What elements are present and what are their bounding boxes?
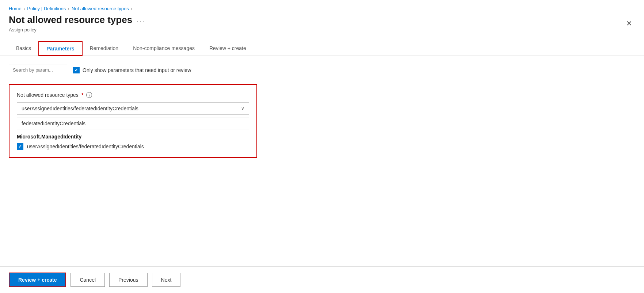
- group-label: Microsoft.ManagedIdentity: [17, 134, 249, 140]
- tab-review-create[interactable]: Review + create: [202, 42, 254, 56]
- param-search-input[interactable]: [17, 118, 249, 129]
- breadcrumb-policy-definitions[interactable]: Policy | Definitions: [27, 6, 66, 11]
- param-info-icon[interactable]: i: [86, 92, 92, 98]
- review-create-button[interactable]: Review + create: [9, 273, 66, 287]
- close-button[interactable]: ✕: [623, 18, 635, 28]
- page-header-left: Not allowed resource types ... Assign po…: [9, 14, 145, 33]
- breadcrumb-current: Not allowed resource types: [72, 6, 129, 11]
- breadcrumb-sep-1: ›: [24, 7, 25, 11]
- previous-button[interactable]: Previous: [109, 273, 147, 287]
- page-title: Not allowed resource types: [9, 14, 132, 26]
- tab-basics[interactable]: Basics: [9, 42, 38, 56]
- search-filter-row: Only show parameters that need input or …: [9, 65, 635, 75]
- item-label: userAssignedIdentities/federatedIdentity…: [27, 144, 144, 149]
- chevron-down-icon: ∨: [241, 106, 244, 111]
- search-input[interactable]: [9, 65, 67, 75]
- next-button[interactable]: Next: [152, 273, 181, 287]
- tab-remediation[interactable]: Remediation: [83, 42, 126, 56]
- dropdown-value: userAssignedIdentities/federatedIdentity…: [22, 106, 138, 111]
- tabs-container: Basics Parameters Remediation Non-compli…: [0, 35, 644, 56]
- filter-label: Only show parameters that need input or …: [83, 67, 191, 73]
- param-label-row: Not allowed resource types * i: [17, 92, 249, 98]
- breadcrumb: Home › Policy | Definitions › Not allowe…: [0, 0, 644, 14]
- checkbox-item-row: userAssignedIdentities/federatedIdentity…: [17, 143, 249, 150]
- parameter-section: Not allowed resource types * i userAssig…: [9, 84, 257, 158]
- tab-non-compliance-messages[interactable]: Non-compliance messages: [126, 42, 202, 56]
- dropdown-select[interactable]: userAssignedIdentities/federatedIdentity…: [17, 102, 249, 115]
- page-subtitle: Assign policy: [9, 27, 145, 33]
- breadcrumb-sep-2: ›: [68, 7, 69, 11]
- item-checkbox[interactable]: [17, 143, 23, 150]
- breadcrumb-sep-3: ›: [131, 7, 133, 11]
- page-title-ellipsis[interactable]: ...: [137, 16, 145, 24]
- filter-checkbox[interactable]: [73, 67, 80, 73]
- cancel-button[interactable]: Cancel: [71, 273, 105, 287]
- footer-bar: Review + create Cancel Previous Next: [0, 266, 644, 293]
- breadcrumb-home[interactable]: Home: [9, 6, 22, 11]
- page-title-row: Not allowed resource types ...: [9, 14, 145, 26]
- content-area: Only show parameters that need input or …: [0, 56, 644, 158]
- param-label: Not allowed resource types: [17, 92, 79, 98]
- tab-parameters[interactable]: Parameters: [38, 41, 82, 56]
- page-header: Not allowed resource types ... Assign po…: [0, 14, 644, 35]
- filter-checkbox-row: Only show parameters that need input or …: [73, 67, 191, 73]
- param-required-asterisk: *: [81, 92, 83, 98]
